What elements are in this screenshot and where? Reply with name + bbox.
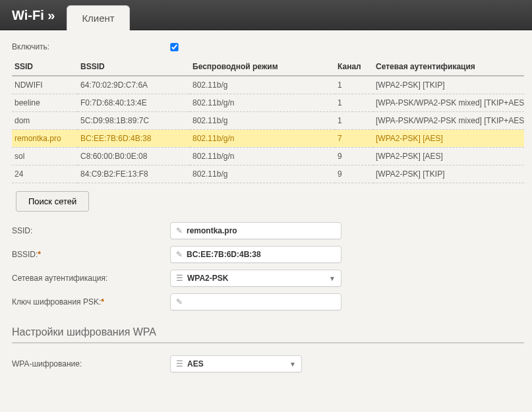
bssid-input[interactable]: ✎ BC:EE:7B:6D:4B:38 [170, 246, 341, 263]
cell-mode: 802.11b/g [190, 76, 335, 94]
cell-auth: [WPA2-PSK] [TKIP] [373, 76, 524, 94]
wpa-enc-value: AES [187, 359, 289, 368]
th-bssid: BSSID [78, 58, 190, 76]
auth-label: Сетевая аутентификация: [12, 274, 170, 283]
cell-bssid: C8:60:00:B0:0E:08 [78, 148, 190, 165]
header-bar: Wi-Fi » Клиент [0, 0, 532, 30]
wpa-enc-label: WPA-шифрование: [12, 359, 170, 368]
cell-channel: 1 [335, 112, 373, 130]
row-bssid: BSSID:* ✎ BC:EE:7B:6D:4B:38 [12, 246, 524, 263]
cell-channel: 9 [335, 148, 373, 165]
networks-table: SSID BSSID Беспроводной режим Канал Сете… [12, 58, 524, 183]
cell-bssid: 5C:D9:98:1B:89:7C [78, 112, 190, 130]
cell-channel: 9 [335, 165, 373, 183]
list-icon: ☰ [176, 359, 183, 368]
section-divider [12, 342, 524, 343]
cell-channel: 7 [335, 130, 373, 148]
th-mode: Беспроводной режим [190, 58, 335, 76]
cell-mode: 802.11b/g [190, 165, 335, 183]
auth-select[interactable]: ☰ WPA2-PSK ▼ [170, 270, 341, 287]
enable-checkbox[interactable] [170, 43, 178, 51]
row-enable: Включить: [12, 42, 524, 51]
wpa-section-title: Настройки шифрования WPA [12, 326, 524, 338]
content: Включить: SSID BSSID Беспроводной режим … [0, 30, 532, 387]
th-auth: Сетевая аутентификация [373, 58, 524, 76]
list-icon: ☰ [176, 274, 183, 283]
row-wpa-enc: WPA-шифрование: ☰ AES ▼ [12, 355, 524, 372]
cell-auth: [WPA-PSK/WPA2-PSK mixed] [TKIP+AES] [373, 94, 524, 112]
cell-auth: [WPA2-PSK] [AES] [373, 148, 524, 165]
cell-auth: [WPA-PSK/WPA2-PSK mixed] [TKIP+AES] [373, 112, 524, 130]
cell-bssid: BC:EE:7B:6D:4B:38 [78, 130, 190, 148]
table-row[interactable]: beelineF0:7D:68:40:13:4E802.11b/g/n1[WPA… [12, 94, 524, 112]
cell-channel: 1 [335, 76, 373, 94]
row-auth: Сетевая аутентификация: ☰ WPA2-PSK ▼ [12, 270, 524, 287]
ssid-label: SSID: [12, 226, 170, 235]
enable-label: Включить: [12, 42, 170, 51]
cell-bssid: 84:C9:B2:FE:13:F8 [78, 165, 190, 183]
pencil-icon: ✎ [176, 226, 183, 235]
cell-channel: 1 [335, 94, 373, 112]
cell-mode: 802.11b/g/n [190, 130, 335, 148]
cell-mode: 802.11b/g [190, 112, 335, 130]
bssid-value: BC:EE:7B:6D:4B:38 [187, 250, 336, 259]
wpa-enc-select[interactable]: ☰ AES ▼ [170, 355, 302, 372]
ssid-input[interactable]: ✎ remontka.pro [170, 222, 341, 239]
auth-value: WPA2-PSK [187, 274, 329, 283]
cell-bssid: 64:70:02:9D:C7:6A [78, 76, 190, 94]
chevron-down-icon: ▼ [329, 275, 336, 282]
psk-label: Ключ шифрования PSK:* [12, 297, 170, 307]
cell-auth: [WPA2-PSK] [TKIP] [373, 165, 524, 183]
cell-mode: 802.11b/g/n [190, 148, 335, 165]
cell-ssid: dom [12, 112, 78, 130]
th-ssid: SSID [12, 58, 78, 76]
pencil-icon: ✎ [176, 297, 183, 307]
bssid-label: BSSID:* [12, 250, 170, 259]
cell-ssid: 24 [12, 165, 78, 183]
cell-ssid: remontka.pro [12, 130, 78, 148]
cell-mode: 802.11b/g/n [190, 94, 335, 112]
cell-ssid: beeline [12, 94, 78, 112]
table-row[interactable]: 2484:C9:B2:FE:13:F8802.11b/g9[WPA2-PSK] … [12, 165, 524, 183]
tab-client[interactable]: Клиент [67, 5, 129, 30]
cell-bssid: F0:7D:68:40:13:4E [78, 94, 190, 112]
table-row[interactable]: solC8:60:00:B0:0E:08802.11b/g/n9[WPA2-PS… [12, 148, 524, 165]
ssid-value: remontka.pro [187, 226, 336, 235]
th-channel: Канал [335, 58, 373, 76]
scan-button[interactable]: Поиск сетей [16, 191, 89, 212]
pencil-icon: ✎ [176, 250, 183, 259]
table-row[interactable]: dom5C:D9:98:1B:89:7C802.11b/g1[WPA-PSK/W… [12, 112, 524, 130]
cell-auth: [WPA2-PSK] [AES] [373, 130, 524, 148]
table-row[interactable]: remontka.proBC:EE:7B:6D:4B:38802.11b/g/n… [12, 130, 524, 148]
table-row[interactable]: NDWIFI64:70:02:9D:C7:6A802.11b/g1[WPA2-P… [12, 76, 524, 94]
row-psk: Ключ шифрования PSK:* ✎ [12, 293, 524, 310]
cell-ssid: NDWIFI [12, 76, 78, 94]
cell-ssid: sol [12, 148, 78, 165]
row-ssid: SSID: ✎ remontka.pro [12, 222, 524, 239]
chevron-down-icon: ▼ [289, 361, 296, 368]
breadcrumb[interactable]: Wi-Fi » [12, 8, 67, 30]
psk-input[interactable]: ✎ [170, 293, 341, 310]
